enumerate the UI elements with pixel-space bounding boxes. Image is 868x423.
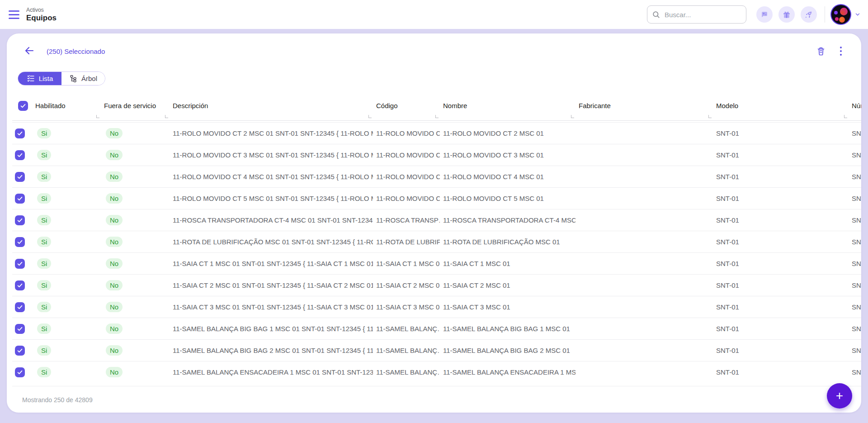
cell-fuera: No bbox=[101, 258, 170, 269]
row-checkbox[interactable] bbox=[15, 128, 25, 138]
back-button[interactable] bbox=[24, 45, 35, 57]
status-badge: Si bbox=[37, 193, 51, 204]
chevron-down-icon bbox=[854, 11, 861, 18]
row-checkbox[interactable] bbox=[15, 150, 25, 160]
cell-habilitado: Si bbox=[32, 237, 101, 247]
cell-nombre: 11-ROLO MOVIDO CT 3 MSC 01 bbox=[440, 151, 576, 159]
column-header-descripcion[interactable]: Descripción bbox=[170, 97, 373, 120]
cell-descripcion: 11-SAMEL BALANÇA BIG BAG 2 MSC 01 SNT-01… bbox=[170, 347, 373, 354]
table-row[interactable]: SiNo11-SAMEL BALANÇA BIG BAG 1 MSC 01 SN… bbox=[12, 318, 861, 340]
status-badge: No bbox=[106, 345, 123, 356]
list-check-icon bbox=[27, 74, 35, 83]
column-header-num[interactable]: Núm bbox=[849, 97, 861, 120]
topbar-divider bbox=[825, 6, 825, 23]
column-resize-handle[interactable] bbox=[435, 115, 439, 118]
status-badge: No bbox=[106, 128, 123, 138]
cell-num: SNT bbox=[849, 129, 861, 137]
table-row[interactable]: SiNo11-SAIA CT 2 MSC 01 SNT-01 SNT-12345… bbox=[12, 275, 861, 296]
table-row[interactable]: SiNo11-SAMEL BALANÇA ENSACADEIRA 1 MSC 0… bbox=[12, 361, 861, 383]
chat-sparkle-button[interactable] bbox=[756, 6, 773, 23]
hamburger-menu-icon[interactable] bbox=[6, 7, 22, 22]
add-button[interactable]: + bbox=[827, 383, 852, 409]
table-row[interactable]: SiNo11-ROLO MOVIDO CT 5 MSC 01 SNT-01 SN… bbox=[12, 188, 861, 209]
tab-arbol[interactable]: Árbol bbox=[61, 72, 105, 85]
column-resize-handle[interactable] bbox=[571, 115, 574, 118]
cell-descripcion: 11-SAMEL BALANÇA ENSACADEIRA 1 MSC 01 SN… bbox=[170, 368, 373, 376]
check-icon bbox=[17, 261, 23, 267]
check-icon bbox=[17, 217, 23, 223]
table-row[interactable]: SiNo11-ROLO MOVIDO CT 3 MSC 01 SNT-01 SN… bbox=[12, 144, 861, 166]
column-header-codigo[interactable]: Código bbox=[373, 97, 440, 120]
status-badge: No bbox=[106, 280, 123, 290]
table-row[interactable]: SiNo11-ROSCA TRANSPORTADORA CT-4 MSC 01 … bbox=[12, 209, 861, 231]
row-checkbox[interactable] bbox=[15, 172, 25, 182]
table-row[interactable]: SiNo11-SAIA CT 3 MSC 01 SNT-01 SNT-12345… bbox=[12, 296, 861, 318]
avatar[interactable] bbox=[831, 5, 850, 24]
cell-select bbox=[12, 128, 32, 138]
cell-codigo: 11-ROSCA TRANSP… bbox=[373, 216, 440, 224]
cell-nombre: 11-ROLO MOVIDO CT 2 MSC 01 bbox=[440, 129, 576, 137]
more-options-button[interactable] bbox=[834, 44, 848, 58]
cell-codigo: 11-SAMEL BALANÇ… bbox=[373, 347, 440, 354]
selected-count-label[interactable]: (250) Seleccionado bbox=[47, 48, 105, 55]
account-menu[interactable] bbox=[831, 5, 861, 24]
cell-fuera: No bbox=[101, 215, 170, 225]
search-input[interactable] bbox=[665, 11, 737, 19]
search-box[interactable] bbox=[647, 5, 746, 24]
topbar-actions bbox=[647, 0, 861, 29]
content-card: (250) Seleccionado Lista bbox=[7, 33, 861, 413]
row-checkbox[interactable] bbox=[15, 215, 25, 225]
table-row[interactable]: SiNo11-ROLO MOVIDO CT 2 MSC 01 SNT-01 SN… bbox=[12, 123, 861, 144]
cell-descripcion: 11-SAMEL BALANÇA BIG BAG 1 MSC 01 SNT-01… bbox=[170, 325, 373, 333]
column-header-fuera[interactable]: Fuera de servicio bbox=[101, 97, 170, 120]
row-checkbox[interactable] bbox=[15, 302, 25, 312]
column-resize-handle[interactable] bbox=[96, 115, 99, 118]
row-checkbox[interactable] bbox=[15, 346, 25, 356]
check-icon bbox=[17, 152, 23, 158]
status-badge: No bbox=[106, 171, 123, 182]
tab-lista-label: Lista bbox=[39, 75, 53, 82]
rocket-button[interactable] bbox=[801, 6, 817, 23]
cell-nombre: 11-SAIA CT 2 MSC 01 bbox=[440, 281, 576, 289]
cell-nombre: 11-SAMEL BALANÇA BIG BAG 1 MSC 01 bbox=[440, 325, 576, 333]
gift-icon bbox=[782, 10, 791, 19]
status-badge: No bbox=[106, 150, 123, 160]
status-badge: Si bbox=[37, 258, 51, 269]
tab-lista[interactable]: Lista bbox=[18, 72, 61, 85]
chat-sparkle-icon bbox=[760, 10, 769, 19]
select-all-checkbox[interactable] bbox=[18, 101, 28, 111]
cell-habilitado: Si bbox=[32, 367, 101, 377]
cell-fuera: No bbox=[101, 171, 170, 182]
arrow-left-icon bbox=[24, 45, 35, 56]
cell-codigo: 11-ROLO MOVIDO C… bbox=[373, 151, 440, 159]
column-resize-handle[interactable] bbox=[368, 115, 372, 118]
table-row[interactable]: SiNo11-SAMEL BALANÇA BIG BAG 2 MSC 01 SN… bbox=[12, 340, 861, 361]
row-checkbox[interactable] bbox=[15, 237, 25, 247]
row-checkbox[interactable] bbox=[15, 280, 25, 290]
row-checkbox[interactable] bbox=[15, 194, 25, 204]
gift-button[interactable] bbox=[778, 6, 795, 23]
column-resize-handle[interactable] bbox=[844, 115, 847, 118]
column-header-nombre[interactable]: Nombre bbox=[440, 97, 576, 120]
cell-codigo: 11-ROLO MOVIDO C… bbox=[373, 173, 440, 181]
cell-codigo: 11-SAMEL BALANÇ… bbox=[373, 368, 440, 376]
column-header-fabricante[interactable]: Fabricante bbox=[576, 97, 713, 120]
row-checkbox[interactable] bbox=[15, 324, 25, 334]
row-checkbox[interactable] bbox=[15, 367, 25, 377]
column-header-modelo[interactable]: Modelo bbox=[713, 97, 849, 120]
table-row[interactable]: SiNo11-SAIA CT 1 MSC 01 SNT-01 SNT-12345… bbox=[12, 253, 861, 275]
status-badge: Si bbox=[37, 150, 51, 160]
breadcrumb: Activos bbox=[26, 7, 57, 13]
cell-modelo: SNT-01 bbox=[713, 368, 849, 376]
cell-descripcion: 11-SAIA CT 1 MSC 01 SNT-01 SNT-12345 { 1… bbox=[170, 260, 373, 267]
delete-button[interactable] bbox=[814, 44, 828, 58]
column-resize-handle[interactable] bbox=[708, 115, 712, 118]
status-badge: No bbox=[106, 367, 123, 377]
row-checkbox[interactable] bbox=[15, 259, 25, 269]
table-row[interactable]: SiNo11-ROLO MOVIDO CT 4 MSC 01 SNT-01 SN… bbox=[12, 166, 861, 188]
column-header-habilitado[interactable]: Habilitado bbox=[32, 97, 101, 120]
kebab-icon bbox=[840, 47, 842, 56]
status-badge: Si bbox=[37, 237, 51, 247]
table-row[interactable]: SiNo11-ROTA DE LUBRIFICAÇÃO MSC 01 SNT-0… bbox=[12, 231, 861, 253]
column-resize-handle[interactable] bbox=[165, 115, 168, 118]
